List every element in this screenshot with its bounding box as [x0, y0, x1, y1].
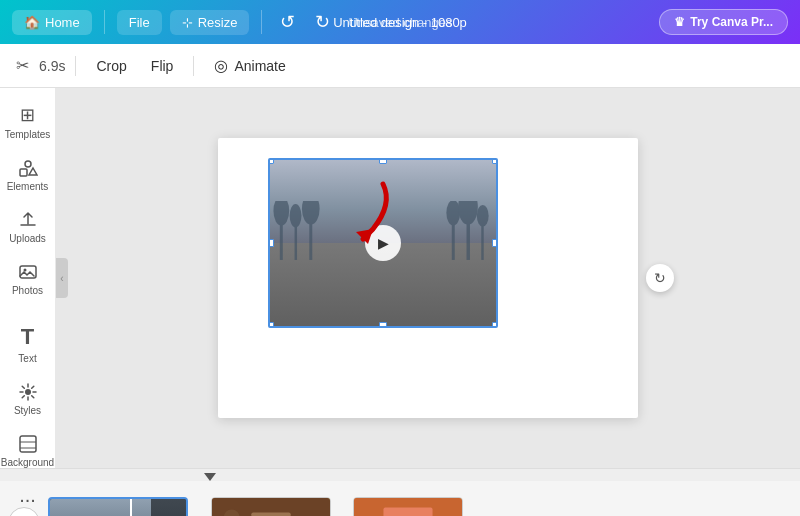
clip-part-light — [50, 499, 151, 517]
red-arrow-svg — [318, 174, 398, 254]
undo-icon: ↺ — [280, 11, 295, 33]
document-title: Untitled design - 1080p — [333, 15, 467, 30]
sidebar-item-templates[interactable]: ⊞ Templates — [3, 96, 53, 148]
background-label: Background — [1, 457, 54, 468]
handle-bottom-right[interactable] — [492, 322, 498, 328]
styles-icon — [18, 382, 38, 402]
crown-icon — [674, 15, 685, 29]
crop-button[interactable]: Crop — [86, 53, 136, 79]
nav-right: Try Canva Pr... — [659, 9, 788, 35]
top-nav: 🏠 Home File ⊹ Resize ↺ ↻ Unsaved changes… — [0, 0, 800, 44]
elements-icon — [18, 158, 38, 178]
undo-button[interactable]: ↺ — [274, 7, 301, 37]
canvas-rotate-button[interactable]: ↻ — [646, 264, 674, 292]
svg-point-14 — [302, 201, 320, 225]
templates-icon: ⊞ — [20, 104, 35, 126]
toolbar: ✂ 6.9s Crop Flip ◎ Animate — [0, 44, 800, 88]
clip-scrubber-line — [130, 499, 132, 517]
svg-point-20 — [477, 205, 489, 227]
toolbar-separator-2 — [193, 56, 194, 76]
svg-point-16 — [446, 201, 460, 226]
timeline-scrubber — [0, 469, 800, 481]
photos-icon — [18, 262, 38, 282]
uploads-icon — [18, 210, 38, 230]
clip2-thumbnail — [212, 498, 330, 517]
resize-icon: ⊹ — [182, 15, 193, 30]
collapse-handle[interactable]: ‹ — [56, 258, 68, 298]
clip3-thumbnail — [354, 498, 462, 517]
add-after-clip1-button[interactable]: + — [194, 512, 205, 516]
clip-2[interactable] — [211, 497, 331, 517]
sidebar-item-photos[interactable]: Photos — [3, 254, 53, 304]
animate-label: Animate — [234, 58, 285, 74]
resize-label: Resize — [198, 15, 238, 30]
flip-label: Flip — [151, 58, 174, 74]
svg-rect-6 — [20, 436, 36, 452]
styles-label: Styles — [14, 405, 41, 416]
timeline-content: ▶ + + — [0, 481, 800, 516]
clip-main[interactable] — [48, 497, 188, 517]
sidebar-item-uploads[interactable]: Uploads — [3, 202, 53, 252]
scrubber-marker — [204, 473, 216, 481]
text-icon: T — [21, 324, 34, 350]
handle-top-mid[interactable] — [379, 158, 387, 164]
elements-label: Elements — [7, 181, 49, 192]
canvas-area: ‹ ▶ — [56, 88, 800, 468]
photos-label: Photos — [12, 285, 43, 296]
timeline-clips: + + + — [48, 495, 784, 517]
home-button[interactable]: 🏠 Home — [12, 10, 92, 35]
home-label: Home — [45, 15, 80, 30]
svg-marker-2 — [29, 168, 37, 175]
handle-bottom-mid[interactable] — [379, 322, 387, 328]
svg-point-0 — [25, 161, 31, 167]
handle-top-left[interactable] — [268, 158, 274, 164]
svg-rect-29 — [383, 507, 432, 516]
try-canva-label: Try Canva Pr... — [690, 15, 773, 29]
redo-icon: ↻ — [315, 11, 330, 33]
handle-bottom-left[interactable] — [268, 322, 274, 328]
sidebar-item-elements[interactable]: Elements — [3, 150, 53, 200]
timeline-section: ▶ + + — [0, 468, 800, 516]
file-button[interactable]: File — [117, 10, 162, 35]
main-layout: ⊞ Templates Elements Uploads Photos T Te… — [0, 88, 800, 468]
scissors-icon: ✂ — [16, 56, 29, 75]
nav-separator — [104, 10, 105, 34]
svg-point-10 — [273, 201, 289, 226]
arrow-annotation — [318, 174, 398, 258]
handle-top-right[interactable] — [492, 158, 498, 164]
duration-label: 6.9s — [39, 58, 65, 74]
clip-3[interactable] — [353, 497, 463, 517]
templates-label: Templates — [5, 129, 51, 140]
text-label: Text — [18, 353, 36, 364]
svg-rect-1 — [20, 169, 27, 176]
background-icon — [18, 434, 38, 454]
uploads-label: Uploads — [9, 233, 46, 244]
svg-marker-22 — [356, 229, 373, 244]
sidebar-item-text[interactable]: T Text — [3, 316, 53, 372]
animate-icon: ◎ — [214, 56, 228, 75]
resize-button[interactable]: ⊹ Resize — [170, 10, 250, 35]
crop-label: Crop — [96, 58, 126, 74]
canvas-container: ▶ ↻ ↻ — [218, 138, 638, 418]
try-canva-button[interactable]: Try Canva Pr... — [659, 9, 788, 35]
animate-button[interactable]: ◎ Animate — [204, 51, 295, 80]
file-label: File — [129, 15, 150, 30]
svg-point-18 — [458, 201, 478, 225]
svg-point-5 — [25, 389, 31, 395]
home-icon: 🏠 — [24, 15, 40, 30]
add-after-clip3-button[interactable]: + — [473, 512, 484, 516]
toolbar-separator — [75, 56, 76, 76]
add-after-clip2-button[interactable]: + — [337, 512, 348, 516]
clip-part-dark — [151, 499, 186, 517]
svg-point-12 — [290, 204, 302, 228]
flip-button[interactable]: Flip — [141, 53, 184, 79]
sidebar: ⊞ Templates Elements Uploads Photos T Te… — [0, 88, 56, 468]
sidebar-item-styles[interactable]: Styles — [3, 374, 53, 424]
timeline-play-button[interactable]: ▶ — [8, 507, 40, 517]
svg-rect-25 — [251, 512, 290, 516]
nav-separator-2 — [261, 10, 262, 34]
